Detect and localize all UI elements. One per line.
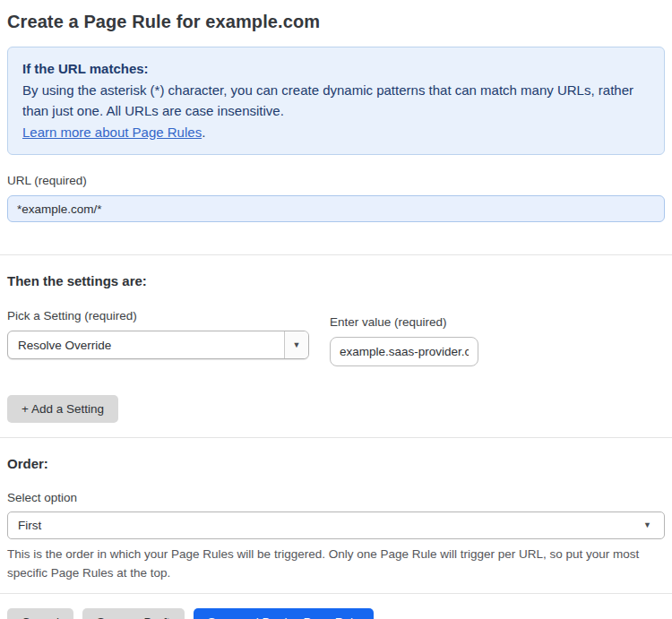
setting-select[interactable]: Resolve Override ▼ xyxy=(7,331,309,359)
info-box-body: By using the asterisk (*) character, you… xyxy=(22,80,650,122)
url-match-info-box: If the URL matches: By using the asteris… xyxy=(7,47,665,155)
enter-value-column: Enter value (required) xyxy=(330,315,478,366)
footer-button-row: Cancel Save as Draft Save and Deploy Pag… xyxy=(7,608,665,619)
learn-more-link[interactable]: Learn more about Page Rules xyxy=(22,125,202,140)
divider xyxy=(0,437,672,438)
chevron-down-icon: ▼ xyxy=(643,521,651,529)
create-page-rule-panel: Create a Page Rule for example.com If th… xyxy=(0,12,672,619)
info-link-line: Learn more about Page Rules. xyxy=(22,122,650,143)
order-select-value: First xyxy=(18,519,643,532)
chevron-down-icon: ▼ xyxy=(293,341,301,349)
divider xyxy=(0,254,672,255)
divider xyxy=(0,593,672,594)
pick-setting-label: Pick a Setting (required) xyxy=(7,309,309,323)
save-as-draft-button[interactable]: Save as Draft xyxy=(82,608,185,619)
order-select[interactable]: First ▼ xyxy=(7,512,665,539)
setting-select-arrow-button[interactable]: ▼ xyxy=(284,331,308,358)
setting-row: Pick a Setting (required) Resolve Overri… xyxy=(7,309,665,366)
save-and-deploy-button[interactable]: Save and Deploy Page Rule xyxy=(194,608,375,619)
url-input[interactable] xyxy=(7,195,665,222)
link-period: . xyxy=(202,125,205,140)
order-select-label: Select option xyxy=(7,491,665,505)
page-title: Create a Page Rule for example.com xyxy=(7,12,665,32)
pick-setting-column: Pick a Setting (required) Resolve Overri… xyxy=(7,309,309,366)
info-box-heading: If the URL matches: xyxy=(22,58,650,80)
setting-select-value: Resolve Override xyxy=(8,331,284,358)
setting-value-input[interactable] xyxy=(330,337,478,366)
order-section-heading: Order: xyxy=(7,456,665,471)
cancel-button[interactable]: Cancel xyxy=(7,608,73,619)
settings-section-heading: Then the settings are: xyxy=(7,273,665,288)
enter-value-label: Enter value (required) xyxy=(330,315,478,330)
add-setting-button[interactable]: + Add a Setting xyxy=(7,395,118,423)
url-field-label: URL (required) xyxy=(7,174,665,188)
order-help-text: This is the order in which your Page Rul… xyxy=(7,545,652,582)
